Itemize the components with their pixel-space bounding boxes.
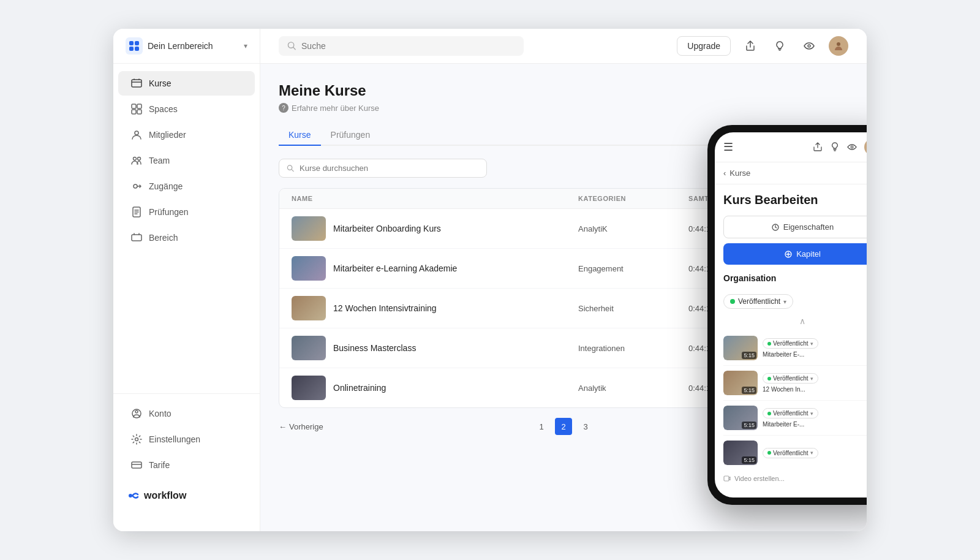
user-avatar[interactable]: [829, 36, 848, 56]
mobile-list-item[interactable]: 5:15 Veröffentlicht ▾: [723, 436, 867, 470]
mobile-course-thumb: 5:15: [723, 406, 758, 430]
mitglieder-label: Mitglieder: [149, 130, 186, 140]
global-search-input[interactable]: [301, 41, 515, 51]
mobile-share-icon[interactable]: [813, 142, 823, 152]
category-cell: Engagement: [578, 264, 688, 273]
mobile-list-item[interactable]: 5:15 Veröffentlicht ▾: [723, 401, 867, 436]
mobile-overlay: ☰: [707, 125, 867, 505]
category-cell: Sicherheit: [578, 304, 688, 313]
workspace-icon: [126, 37, 143, 55]
konto-label: Konto: [149, 409, 172, 418]
sidebar-item-zugaenge[interactable]: Zugänge: [118, 174, 255, 199]
mobile-course-badges: Veröffentlicht ▾: [763, 338, 867, 349]
course-cell: Mitarbeiter e-Learning Akademie: [292, 256, 578, 281]
sidebar-item-kurse[interactable]: Kurse: [118, 71, 255, 96]
collapse-icon[interactable]: ∧: [723, 316, 867, 326]
mobile-course-info: Veröffentlicht ▾ Mitarbeiter E-...: [763, 408, 867, 428]
course-name: 12 Wochen Intensivtraining: [333, 303, 437, 313]
tarife-icon: [130, 459, 143, 471]
mobile-screen: ☰: [715, 132, 867, 498]
svg-rect-26: [724, 476, 729, 481]
main-area: Upgrade: [260, 29, 867, 531]
course-name: Business Masterclass: [333, 343, 416, 353]
published-badge[interactable]: Veröffentlicht ▾: [723, 294, 793, 309]
workspace-selector[interactable]: Dein Lernbereich ▾: [113, 29, 260, 64]
mini-published-label: Veröffentlicht: [773, 410, 809, 417]
sidebar-item-spaces[interactable]: Spaces: [118, 97, 255, 121]
header-actions: Upgrade: [677, 36, 848, 56]
mobile-list-item[interactable]: 5:15 Veröffentlicht ▾: [723, 331, 867, 366]
share-icon[interactable]: [741, 36, 760, 56]
pruefungen-nav-label: Prüfungen: [149, 207, 189, 217]
mini-dot-icon: [767, 412, 771, 415]
mini-chevron-icon: ▾: [810, 376, 813, 382]
video-create-label[interactable]: Video erstellen...: [723, 470, 867, 487]
mobile-chapter-button[interactable]: Kapitel: [723, 243, 867, 265]
app-header: Upgrade: [260, 29, 867, 64]
global-search[interactable]: [279, 36, 524, 56]
sidebar-item-team[interactable]: Team: [118, 148, 255, 173]
mobile-avatar[interactable]: [864, 138, 867, 156]
mini-dot-icon: [767, 451, 771, 455]
bereich-icon: [130, 232, 143, 244]
kurse-icon: [130, 77, 143, 89]
mini-published-badge[interactable]: Veröffentlicht ▾: [763, 373, 818, 384]
page-3-button[interactable]: 3: [577, 418, 594, 435]
page-2-button[interactable]: 2: [555, 418, 572, 435]
badge-chevron: ▾: [783, 298, 786, 305]
page-1-button[interactable]: 1: [533, 418, 550, 435]
mini-published-badge[interactable]: Veröffentlicht ▾: [763, 448, 818, 458]
mini-published-badge[interactable]: Veröffentlicht ▾: [763, 338, 818, 349]
mobile-course-name: Mitarbeiter E-...: [763, 351, 867, 358]
mobile-page-title: Kurs Bearbeiten: [723, 193, 867, 207]
svg-point-16: [135, 438, 138, 441]
course-search-input[interactable]: [300, 164, 479, 173]
properties-label: Eigenschaften: [783, 222, 834, 232]
category-cell: Analytik: [578, 384, 688, 393]
mobile-properties-button[interactable]: Eigenschaften: [723, 216, 867, 238]
prev-arrow-icon: ←: [279, 422, 287, 431]
mobile-back-label: Kurse: [729, 168, 750, 178]
mobile-course-info: Veröffentlicht ▾: [763, 448, 867, 458]
page-title: Meine Kurse: [279, 82, 848, 99]
svg-rect-17: [132, 462, 141, 468]
zugaenge-icon: [130, 180, 143, 192]
pagination-prev-button[interactable]: ← Vorherige: [279, 422, 323, 431]
sidebar-item-pruefungen[interactable]: Prüfungen: [118, 200, 255, 224]
sidebar-item-einstellungen[interactable]: Einstellungen: [118, 427, 255, 452]
sidebar-item-mitglieder[interactable]: Mitglieder: [118, 123, 255, 147]
thumb-time: 5:15: [742, 422, 756, 429]
svg-rect-0: [129, 41, 134, 45]
sidebar-item-bereich[interactable]: Bereich: [118, 225, 255, 250]
upgrade-button[interactable]: Upgrade: [677, 36, 731, 56]
mobile-back-arrow: ‹: [723, 168, 726, 178]
konto-icon: [130, 407, 143, 420]
sidebar-item-tarife[interactable]: Tarife: [118, 453, 255, 477]
mobile-content: Kurs Bearbeiten Eigenschaften: [715, 184, 867, 496]
mini-published-badge[interactable]: Veröffentlicht ▾: [763, 408, 818, 418]
mobile-course-badges: Veröffentlicht ▾: [763, 448, 867, 458]
chapter-label: Kapitel: [796, 249, 821, 259]
mobile-menu-icon[interactable]: ☰: [723, 140, 733, 154]
mobile-course-info: Veröffentlicht ▾ Mitarbeiter E-...: [763, 338, 867, 358]
mini-chevron-icon: ▾: [810, 341, 813, 347]
mobile-list-item[interactable]: 5:15 Veröffentlicht ▾: [723, 366, 867, 401]
mobile-back-nav[interactable]: ‹ Kurse: [715, 162, 867, 184]
mini-dot-icon: [767, 342, 771, 346]
lightbulb-icon[interactable]: [770, 36, 790, 56]
svg-rect-4: [132, 80, 141, 87]
svg-point-9: [135, 131, 138, 135]
mini-chevron-icon: ▾: [810, 450, 813, 456]
tab-pruefungen[interactable]: Prüfungen: [321, 125, 380, 146]
course-search-bar[interactable]: [279, 159, 487, 178]
category-cell: AnalytiK: [578, 224, 688, 233]
workspace-chevron-icon: ▾: [244, 42, 247, 50]
published-label: Veröffentlicht: [738, 297, 780, 306]
einstellungen-label: Einstellungen: [149, 434, 200, 444]
sidebar-item-konto[interactable]: Konto: [118, 401, 255, 426]
mobile-bulb-icon[interactable]: [830, 142, 840, 152]
mobile-eye-icon[interactable]: [847, 142, 857, 152]
mini-published-label: Veröffentlicht: [773, 340, 809, 347]
tab-kurse[interactable]: Kurse: [279, 125, 321, 146]
eye-icon[interactable]: [799, 36, 819, 56]
